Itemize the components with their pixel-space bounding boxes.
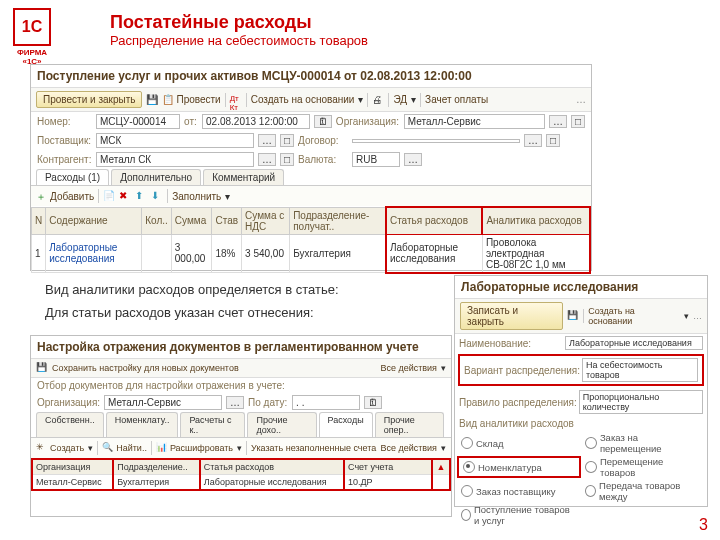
slide-title: Постатейные расходы Распределение на себ… bbox=[110, 12, 368, 48]
input-number[interactable]: МСЦУ-000014 bbox=[96, 114, 180, 129]
window-article-header: Лабораторные исследования bbox=[455, 276, 707, 299]
offset-button[interactable]: Зачет оплаты bbox=[425, 94, 488, 105]
slide-notes: Вид аналитики расходов определяется в ст… bbox=[45, 278, 339, 325]
tab-nomen[interactable]: Номенклату.. bbox=[106, 412, 179, 437]
post-and-close-button[interactable]: Провести и закрыть bbox=[36, 91, 142, 108]
toolbar-main: Провести и закрыть 💾 📋Провести ДтКт Созд… bbox=[31, 88, 591, 112]
window-setup: Настройка отражения документов в регламе… bbox=[30, 335, 452, 517]
input-name[interactable]: Лабораторные исследования bbox=[565, 336, 703, 350]
tab-comment[interactable]: Комментарий bbox=[203, 169, 284, 185]
fill-button[interactable]: Заполнить bbox=[172, 191, 221, 202]
post-button[interactable]: 📋Провести bbox=[162, 94, 220, 106]
input-rule[interactable]: Пропорционально количеству bbox=[579, 390, 703, 414]
new-icon: ✳ bbox=[36, 442, 48, 454]
logo-mark: 1C bbox=[13, 8, 51, 46]
input-currency[interactable]: RUB bbox=[352, 152, 400, 167]
table-row[interactable]: Металл-СервисБухгалтерия Лабораторные ис… bbox=[32, 475, 450, 491]
radio-pered[interactable]: Передача товаров между bbox=[581, 479, 705, 503]
radio-nomen[interactable]: Номенклатура bbox=[457, 456, 581, 478]
input-agent[interactable]: Металл СК bbox=[96, 152, 254, 167]
window-receipt-header: Поступление услуг и прочих активов МСЦУ-… bbox=[31, 65, 591, 88]
radio-postup[interactable]: Поступление товаров и услуг bbox=[457, 503, 581, 527]
tab-exp[interactable]: Расходы bbox=[319, 412, 373, 437]
save-icon[interactable]: 💾 bbox=[36, 362, 48, 374]
tab-expenses[interactable]: Расходы (1) bbox=[36, 169, 109, 185]
input-date3[interactable]: . . bbox=[292, 395, 360, 410]
radio-sklad[interactable]: Склад bbox=[457, 431, 581, 455]
expenses-table: NСодержаниеКол.. СуммаСтавСумма с НДС По… bbox=[31, 206, 591, 274]
setup-table: Организация Подразделение.. Статья расхо… bbox=[31, 458, 451, 491]
plus-icon: ＋ bbox=[36, 190, 48, 202]
tab-own[interactable]: Собственн.. bbox=[36, 412, 104, 437]
ed-button[interactable]: ЭД bbox=[393, 94, 407, 105]
save-icon[interactable]: 💾 bbox=[567, 310, 579, 322]
radio-perem[interactable]: Перемещение товаров bbox=[581, 455, 705, 479]
label-number: Номер: bbox=[37, 116, 92, 127]
table-row[interactable]: 1Лабораторные исследования 3 000,0018%3 … bbox=[32, 234, 591, 273]
post-icon: 📋 bbox=[162, 94, 174, 106]
tab-other-inc[interactable]: Прочие дохо.. bbox=[247, 412, 316, 437]
find-button[interactable]: 🔍Найти.. bbox=[102, 442, 147, 454]
tab-calc[interactable]: Расчеты с к.. bbox=[180, 412, 245, 437]
input-supplier[interactable]: МСК bbox=[96, 133, 254, 148]
window-receipt: Поступление услуг и прочих активов МСЦУ-… bbox=[30, 64, 592, 271]
all-actions[interactable]: Все действия bbox=[380, 363, 437, 373]
create-based[interactable]: Создать на основании bbox=[251, 94, 355, 105]
delete-icon[interactable]: ✖ bbox=[119, 190, 131, 202]
print-icon[interactable]: 🖨 bbox=[372, 94, 384, 106]
save-icon[interactable]: 💾 bbox=[146, 94, 158, 106]
unfilled-button[interactable]: Указать незаполненные счета bbox=[251, 443, 376, 453]
input-variant[interactable]: На себестоимость товаров bbox=[582, 358, 698, 382]
input-date[interactable]: 02.08.2013 12:00:00 bbox=[202, 114, 310, 129]
page-number: 3 bbox=[699, 516, 708, 534]
input-contract[interactable] bbox=[352, 139, 520, 143]
down-icon[interactable]: ⬇ bbox=[151, 190, 163, 202]
create-based2[interactable]: Создать на основании bbox=[588, 306, 680, 326]
tab-other-op[interactable]: Прочие опер.. bbox=[375, 412, 444, 437]
radio-zakazper[interactable]: Заказ на перемещение bbox=[581, 431, 705, 455]
decode-button[interactable]: 📊Расшифровать bbox=[156, 442, 233, 454]
dtkt-icon[interactable]: ДтКт bbox=[230, 94, 242, 106]
search-icon: 🔍 bbox=[102, 442, 114, 454]
logo: 1C ФИРМА «1С» bbox=[8, 8, 56, 66]
radio-zakazp[interactable]: Заказ поставщику bbox=[457, 479, 581, 503]
copy-icon[interactable]: 📄 bbox=[103, 190, 115, 202]
save-close-button[interactable]: Записать и закрыть bbox=[460, 302, 563, 330]
window-article: Лабораторные исследования Записать и зак… bbox=[454, 275, 708, 507]
create-button[interactable]: ✳Создать bbox=[36, 442, 84, 454]
input-org3[interactable]: Металл-Сервис bbox=[104, 395, 222, 410]
up-icon[interactable]: ⬆ bbox=[135, 190, 147, 202]
input-org[interactable]: Металл-Сервис bbox=[404, 114, 545, 129]
save-setup-button[interactable]: Сохранить настройку для новых документов bbox=[52, 363, 239, 373]
date-picker-icon[interactable]: 🗓 bbox=[314, 115, 332, 128]
add-button[interactable]: ＋Добавить bbox=[36, 190, 94, 202]
window-setup-header: Настройка отражения документов в регламе… bbox=[31, 336, 451, 359]
tab-additional[interactable]: Дополнительно bbox=[111, 169, 201, 185]
